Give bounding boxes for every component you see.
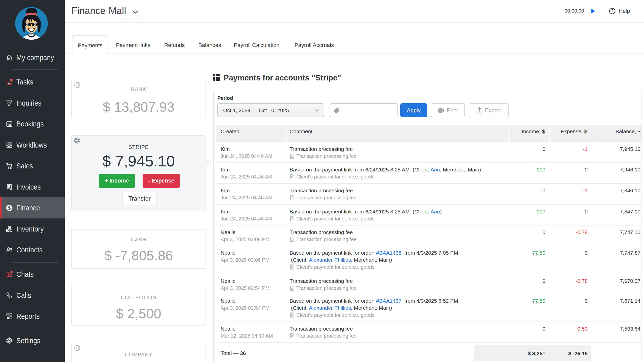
- svg-text:1: 1: [8, 80, 10, 84]
- svg-text:?: ?: [611, 9, 614, 13]
- svg-text:9+: 9+: [8, 273, 11, 276]
- svg-text:$: $: [8, 205, 11, 211]
